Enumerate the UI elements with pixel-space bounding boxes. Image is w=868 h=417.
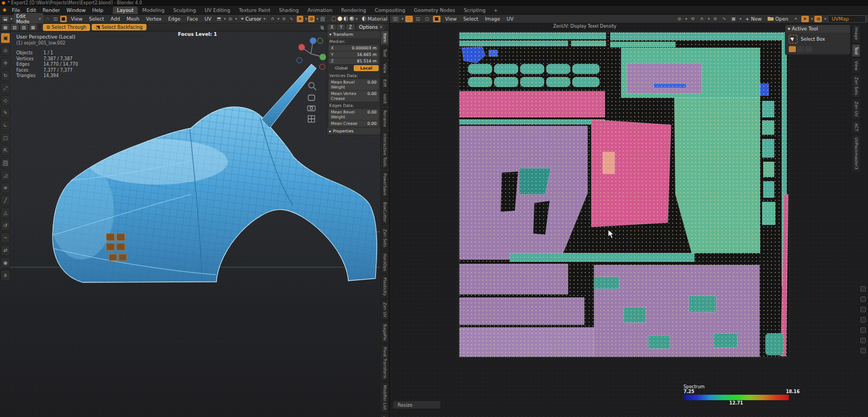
- viewport-menu-item[interactable]: Edge: [165, 16, 184, 22]
- falloff-icon[interactable]: ∿: [720, 16, 728, 22]
- workspace-tab[interactable]: UV Editing: [200, 7, 234, 14]
- tool-icon[interactable]: ✢: [1, 58, 10, 68]
- gizmo-toggle-icon[interactable]: ➤: [297, 16, 303, 22]
- tool-icon[interactable]: ~: [1, 232, 10, 243]
- edge-data-field[interactable]: Mean Bevel Weight 0.00: [329, 109, 379, 120]
- mirror-axis-button[interactable]: X: [328, 24, 336, 30]
- mode-icon-subtract[interactable]: [805, 46, 812, 52]
- sidebar-tab[interactable]: Plasticity: [380, 275, 389, 299]
- sidebar-tab[interactable]: View: [380, 61, 389, 76]
- sidebar-tab[interactable]: kekit: [380, 91, 389, 106]
- pivot-icon[interactable]: ◎: [227, 16, 233, 22]
- uv-island-layout[interactable]: [458, 31, 789, 358]
- navigation-gizmo[interactable]: [293, 33, 329, 131]
- uv-sidebar-tab[interactable]: Image: [852, 24, 860, 43]
- workspace-tab[interactable]: Shading: [275, 7, 303, 14]
- sidebar-tab[interactable]: Zen UV: [380, 300, 389, 320]
- sidebar-tab[interactable]: Rename: [380, 108, 389, 130]
- y-axis-ball[interactable]: [320, 54, 326, 60]
- blender-menu-icon[interactable]: [3, 8, 7, 12]
- sidebar-tab[interactable]: Tool: [380, 46, 389, 60]
- tool-icon[interactable]: ◉: [1, 257, 10, 268]
- sidebar-tab[interactable]: Edit: [380, 77, 389, 90]
- viewport-menu-item[interactable]: UV: [201, 16, 215, 22]
- tool-icon[interactable]: ⇱: [1, 145, 10, 156]
- edge-tool-icon[interactable]: [860, 296, 866, 302]
- editor-type-icon[interactable]: ⬓: [2, 16, 9, 22]
- space-option-button[interactable]: Global: [329, 65, 354, 71]
- uv-edge-select-icon[interactable]: ◫: [414, 16, 422, 22]
- viewport-menu-item[interactable]: Add: [107, 16, 123, 22]
- menu-item[interactable]: Window: [63, 7, 90, 14]
- uv-menu-item[interactable]: View: [442, 16, 460, 22]
- select-box-tool[interactable]: Select Box: [789, 35, 847, 43]
- x-axis-ball[interactable]: [298, 44, 305, 50]
- tool-icon[interactable]: ↺: [1, 220, 10, 231]
- uv-sidebar-tab[interactable]: UVPackmaster3: [852, 135, 860, 172]
- median-axis-field[interactable]: Y 16.665 m: [329, 52, 379, 58]
- properties-panel-header[interactable]: ▸ Properties: [327, 128, 380, 135]
- select-through-button[interactable]: ⧉ Select Through: [43, 24, 90, 31]
- transform-panel-header[interactable]: ▾ Transform: [327, 31, 380, 38]
- falloff-icon[interactable]: ∿: [288, 16, 295, 22]
- snap-target-dropdown[interactable]: ⌖ Cursor ▾: [238, 15, 268, 22]
- workspace-tab[interactable]: Texture Paint: [234, 7, 275, 14]
- uv-gizmo-icon[interactable]: ➤: [801, 16, 809, 22]
- tool-icon[interactable]: ⋔: [1, 270, 10, 281]
- viewport-menu-item[interactable]: Face: [184, 16, 201, 22]
- tool-icon[interactable]: ╱: [1, 195, 10, 206]
- uv-sidebar-tab[interactable]: Zen Sets: [852, 74, 860, 98]
- edge-tool-icon[interactable]: [860, 286, 866, 292]
- z-axis-ball[interactable]: [310, 37, 316, 44]
- active-tool-header[interactable]: ▾ Active Tool: [786, 25, 850, 33]
- workspace-tab[interactable]: Compositing: [371, 7, 410, 14]
- menu-item[interactable]: Render: [40, 7, 63, 14]
- resize-button[interactable]: Resize: [393, 401, 441, 409]
- zoom-icon[interactable]: [309, 83, 314, 88]
- tool-icon[interactable]: 回: [1, 157, 10, 168]
- proportional-edit-icon[interactable]: ⊙: [280, 16, 287, 22]
- material-shading-icon[interactable]: [343, 16, 348, 21]
- edge-data-field[interactable]: Mean Crease 0.00: [329, 121, 379, 127]
- edge-tool-icon[interactable]: [860, 338, 866, 343]
- mirror-axis-button[interactable]: Y: [337, 24, 345, 30]
- proportional-edit-icon[interactable]: ⊙: [711, 16, 719, 22]
- rendered-shading-icon[interactable]: [349, 16, 354, 21]
- tool-option-icon[interactable]: ▦: [2, 24, 9, 30]
- sidebar-tab[interactable]: Item: [380, 30, 389, 45]
- edge-tool-icon[interactable]: [860, 307, 866, 312]
- viewport-menu-item[interactable]: Mesh: [123, 16, 143, 22]
- select-backfacing-button[interactable]: ⬔ Select Backfacing: [92, 24, 146, 30]
- options-dropdown[interactable]: Options ▾: [356, 24, 385, 30]
- edge-tool-icon[interactable]: [860, 327, 866, 333]
- uv-menu-item[interactable]: UV: [503, 16, 517, 22]
- workspace-tab[interactable]: Layout: [113, 7, 138, 14]
- uv-sidebar-tab[interactable]: Tool: [852, 44, 860, 58]
- menu-item[interactable]: Help: [89, 7, 107, 14]
- mode-icon-extend[interactable]: [797, 46, 804, 52]
- workspace-tab[interactable]: Sculpting: [169, 7, 200, 14]
- tool-option-icon[interactable]: ▧: [11, 24, 18, 30]
- pan-hand-icon[interactable]: [308, 95, 315, 100]
- workspace-tab[interactable]: Scripting: [459, 7, 490, 14]
- sidebar-tab[interactable]: Pivot Transform: [380, 344, 389, 381]
- uv-sidebar-tab[interactable]: ACT: [852, 121, 860, 134]
- tool-icon[interactable]: ◿: [1, 170, 10, 181]
- tool-icon[interactable]: ⊙: [1, 45, 10, 56]
- title-bar[interactable]: * Export2 [D:\Work\Projects\Mers\Export2…: [0, 0, 868, 6]
- magnet-icon[interactable]: ∩: [698, 16, 706, 22]
- sidebar-tab[interactable]: Interactive Tools: [380, 131, 389, 169]
- y-neg-ball[interactable]: [317, 38, 323, 43]
- new-image-button[interactable]: + New: [743, 16, 764, 22]
- sidebar-tab[interactable]: BoxCutter: [380, 199, 389, 225]
- mode-icon-set[interactable]: [789, 46, 796, 52]
- wireframe-shading-icon[interactable]: [331, 16, 336, 21]
- x-neg-ball[interactable]: [320, 64, 325, 70]
- open-image-button[interactable]: Open: [765, 16, 790, 22]
- tool-icon[interactable]: ⇄: [1, 245, 10, 256]
- sidebar-tab[interactable]: ACT: [380, 414, 389, 417]
- uv-menu-item[interactable]: Image: [482, 16, 503, 22]
- viewport-menu-item[interactable]: Vertex: [143, 16, 165, 22]
- edge-tool-icon[interactable]: [860, 348, 866, 353]
- uv-overlays-icon[interactable]: ◍: [814, 16, 822, 22]
